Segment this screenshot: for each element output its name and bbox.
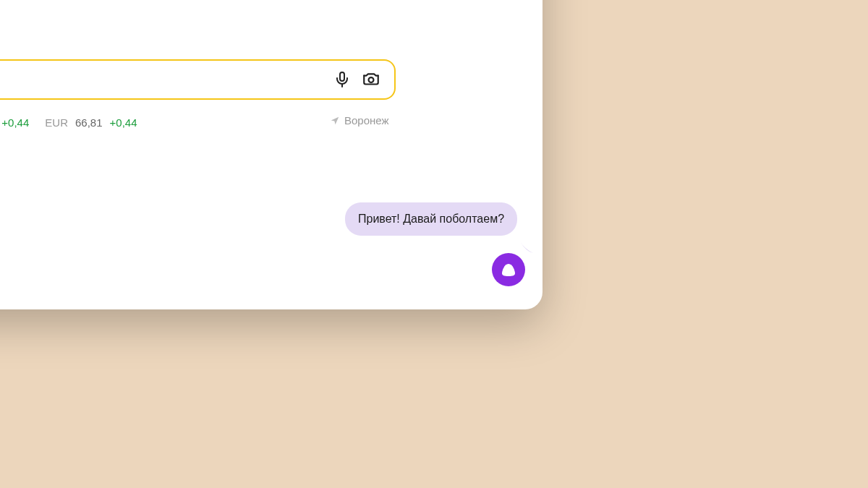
main-card: 3 USD 63,24 +0,44 EUR 66,81 +0,44 Вороне…	[0, 0, 542, 309]
camera-lens-icon	[362, 70, 380, 89]
svg-rect-0	[340, 72, 344, 81]
microphone-icon	[333, 71, 351, 88]
assistant-button[interactable]	[492, 253, 525, 286]
search-bar[interactable]	[0, 59, 396, 100]
currency-label-eur[interactable]: EUR	[45, 116, 68, 129]
voice-search-button[interactable]	[328, 65, 357, 94]
search-input[interactable]	[0, 72, 328, 87]
currency-value-eur: 66,81	[75, 116, 103, 129]
chat-bubble[interactable]: Привет! Давай поболтаем?	[345, 202, 517, 236]
location-city: Воронеж	[344, 114, 389, 127]
info-row: 3 USD 63,24 +0,44 EUR 66,81 +0,44	[0, 114, 148, 131]
currency-delta-usd: +0,44	[1, 116, 29, 129]
location-link[interactable]: Воронеж	[330, 114, 389, 127]
currency-delta-eur: +0,44	[110, 116, 137, 129]
assistant-icon	[500, 261, 517, 278]
image-search-button[interactable]	[357, 65, 386, 94]
svg-point-2	[369, 77, 374, 82]
chat-message-text: Привет! Давай поболтаем?	[358, 213, 504, 225]
location-arrow-icon	[330, 116, 340, 126]
